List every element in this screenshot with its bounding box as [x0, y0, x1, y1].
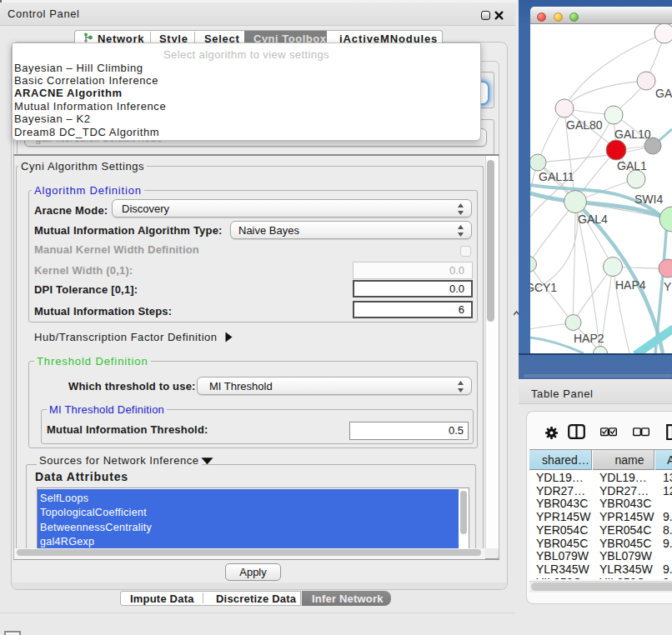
svg-text:YEL: YEL [664, 280, 672, 293]
svg-text:GAL4: GAL4 [578, 212, 608, 226]
svg-text:GAL80: GAL80 [566, 118, 603, 132]
svg-text:GAL2: GAL2 [655, 87, 672, 100]
svg-text:HAP4: HAP4 [615, 278, 646, 292]
svg-text:GAL1: GAL1 [617, 159, 647, 172]
svg-text:GAL10: GAL10 [614, 128, 651, 141]
svg-text:GCY1: GCY1 [530, 281, 557, 294]
svg-text:GAL11: GAL11 [539, 170, 574, 183]
svg-text:HAP2: HAP2 [574, 332, 604, 345]
svg-text:SWI4: SWI4 [634, 192, 663, 206]
